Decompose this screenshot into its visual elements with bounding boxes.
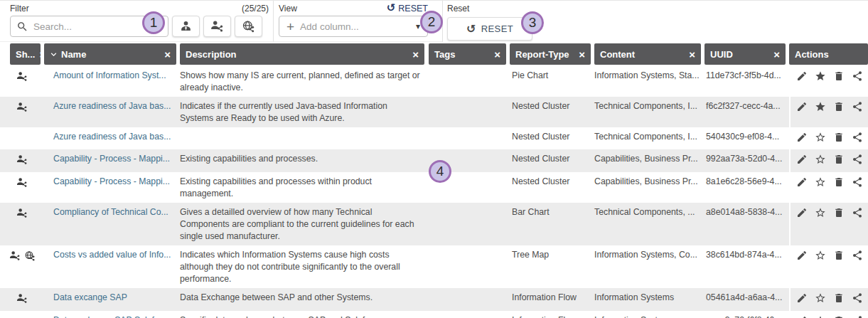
content-cell: Information Systems bbox=[594, 288, 704, 307]
report-description: Specific data exchange between SAP and S… bbox=[180, 311, 429, 318]
edit-icon[interactable] bbox=[796, 176, 808, 200]
close-column-icon[interactable]: × bbox=[769, 48, 780, 60]
filter-globe-share-button[interactable] bbox=[235, 16, 262, 37]
report-name-link[interactable]: Amount of Information Syst... bbox=[53, 70, 166, 80]
report-description: Shows how many IS are current, planned, … bbox=[180, 66, 429, 97]
table-row: Amount of Information Syst... Shows how … bbox=[0, 66, 868, 97]
name-cell: Costs vs added value of Info... bbox=[44, 245, 180, 264]
tags-cell bbox=[429, 97, 510, 103]
delete-icon[interactable] bbox=[833, 101, 845, 124]
report-name-link[interactable]: Costs vs added value of Info... bbox=[53, 250, 171, 260]
filter-person-share-button[interactable] bbox=[203, 16, 231, 37]
share-icon[interactable] bbox=[852, 101, 863, 124]
tags-cell bbox=[429, 66, 510, 73]
edit-icon[interactable] bbox=[796, 154, 808, 169]
delete-icon[interactable] bbox=[833, 207, 845, 243]
edit-icon[interactable] bbox=[796, 315, 808, 318]
tags-cell bbox=[429, 127, 510, 134]
edit-icon[interactable] bbox=[796, 70, 808, 94]
favorite-star-icon[interactable] bbox=[815, 292, 826, 308]
report-description: Existing capabilities and processes with… bbox=[180, 172, 429, 203]
table-row: Compliancy of Technical Co... Gives a de… bbox=[0, 203, 868, 245]
actions-cell bbox=[789, 127, 868, 149]
actions-cell bbox=[789, 149, 868, 172]
column-header-actions[interactable]: Actions bbox=[789, 43, 868, 65]
share-icon[interactable] bbox=[852, 70, 863, 94]
view-group: View ↺ RESET + Add column... ▾ bbox=[273, 1, 442, 42]
delete-icon[interactable] bbox=[833, 315, 845, 318]
column-header-report_type[interactable]: Report-Type× bbox=[510, 43, 591, 65]
report-name-link[interactable]: Compliancy of Technical Co... bbox=[53, 207, 168, 217]
share-icon[interactable] bbox=[852, 176, 863, 200]
favorite-star-icon[interactable] bbox=[815, 315, 826, 318]
favorite-star-icon[interactable] bbox=[815, 132, 826, 147]
edit-icon[interactable] bbox=[796, 250, 808, 285]
delete-icon[interactable] bbox=[833, 176, 845, 200]
reset-button[interactable]: ↺ RESET bbox=[447, 17, 532, 41]
report-name-link[interactable]: Capability - Process - Mappi... bbox=[53, 176, 170, 186]
favorite-star-icon[interactable] bbox=[815, 250, 826, 285]
table-row: Data excange SAP Data Exchange between S… bbox=[0, 288, 868, 311]
share-icon[interactable] bbox=[852, 132, 863, 147]
shared-cell bbox=[0, 127, 44, 135]
favorite-star-icon[interactable] bbox=[815, 176, 826, 200]
filter-businessman-button[interactable] bbox=[172, 16, 200, 37]
search-icon bbox=[16, 21, 28, 33]
person-share-icon bbox=[16, 293, 28, 308]
shared-cell bbox=[0, 311, 44, 318]
share-icon[interactable] bbox=[852, 292, 863, 308]
undo-icon: ↺ bbox=[387, 3, 396, 14]
column-header-uuid[interactable]: UUID× bbox=[704, 43, 786, 65]
actions-cell bbox=[789, 311, 868, 318]
favorite-star-icon[interactable] bbox=[815, 70, 826, 94]
report-name-link[interactable]: Azure readiness of Java bas... bbox=[53, 101, 171, 111]
column-header-shared[interactable]: Sh...× bbox=[10, 43, 41, 65]
delete-icon[interactable] bbox=[833, 132, 845, 147]
add-column-placeholder: Add column... bbox=[300, 21, 359, 32]
edit-icon[interactable] bbox=[796, 101, 808, 124]
edit-icon[interactable] bbox=[796, 292, 808, 308]
favorite-star-icon[interactable] bbox=[815, 154, 826, 169]
column-header-tags[interactable]: Tags× bbox=[429, 43, 506, 65]
actions-cell bbox=[789, 66, 868, 97]
report-name-link[interactable]: Azure readiness of Java bas... bbox=[53, 132, 171, 142]
column-header-label: Name bbox=[61, 49, 86, 60]
close-column-icon[interactable]: × bbox=[685, 48, 695, 60]
content-cell: Technical Components, I... bbox=[594, 127, 704, 146]
report-name-link[interactable]: Data excange SAP bbox=[53, 292, 127, 302]
report-type-cell: Nested Cluster bbox=[510, 97, 594, 115]
report-description bbox=[180, 127, 429, 134]
column-header-content[interactable]: Content× bbox=[594, 43, 701, 65]
close-column-icon[interactable]: × bbox=[408, 48, 419, 60]
share-icon[interactable] bbox=[852, 207, 863, 243]
close-column-icon[interactable]: × bbox=[160, 48, 171, 60]
close-column-icon[interactable]: × bbox=[490, 48, 500, 60]
share-icon[interactable] bbox=[852, 315, 863, 318]
share-icon[interactable] bbox=[852, 154, 863, 169]
column-header-description[interactable]: Description× bbox=[180, 43, 424, 65]
edit-icon[interactable] bbox=[796, 207, 808, 243]
close-column-icon[interactable]: × bbox=[574, 48, 585, 60]
delete-icon[interactable] bbox=[833, 292, 845, 308]
column-header-name[interactable]: Name× bbox=[44, 43, 176, 65]
shared-cell bbox=[0, 66, 44, 89]
report-type-cell: Information Flow bbox=[510, 311, 594, 318]
delete-icon[interactable] bbox=[833, 70, 845, 94]
delete-icon[interactable] bbox=[833, 154, 845, 169]
report-name-link[interactable]: Data exchange SAP Saleforce bbox=[53, 315, 171, 318]
favorite-star-icon[interactable] bbox=[815, 101, 826, 124]
delete-icon[interactable] bbox=[833, 250, 845, 285]
report-name-link[interactable]: Capability - Process - Mappi... bbox=[53, 154, 170, 164]
share-icon[interactable] bbox=[852, 250, 863, 285]
tags-cell bbox=[429, 203, 510, 209]
add-column-select[interactable]: + Add column... ▾ bbox=[279, 16, 428, 37]
content-cell: Capabilities, Business Pr... bbox=[594, 149, 704, 168]
view-reset-link[interactable]: ↺ RESET bbox=[387, 3, 428, 14]
sort-chevron-down-icon bbox=[48, 49, 59, 60]
edit-icon[interactable] bbox=[796, 132, 808, 147]
uuid-cell: 992aa73a-52d0-4... bbox=[704, 149, 789, 168]
report-type-cell: Nested Cluster bbox=[510, 149, 594, 168]
tags-cell bbox=[429, 311, 510, 317]
favorite-star-icon[interactable] bbox=[815, 207, 826, 243]
businessman-icon bbox=[179, 20, 193, 33]
